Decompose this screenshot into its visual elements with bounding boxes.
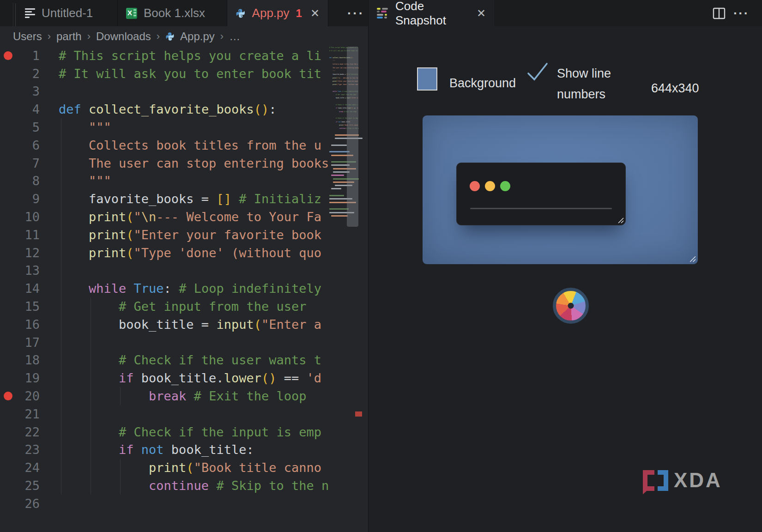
gutter[interactable]: 24 (0, 459, 59, 477)
gutter[interactable]: 21 (0, 405, 59, 423)
code-line[interactable]: 13 (0, 262, 368, 280)
gutter[interactable]: 12 (0, 244, 59, 262)
code-line[interactable]: 14 while True: # Loop indefinitely (0, 279, 368, 297)
code-token: = (201, 317, 217, 332)
gutter[interactable]: 18 (0, 351, 59, 369)
line-number: 1 (0, 48, 40, 63)
minimap-line (331, 188, 341, 189)
gutter[interactable]: 7 (0, 154, 59, 172)
breadcrumb-item[interactable]: App.py (180, 30, 215, 43)
gutter[interactable]: 15 (0, 297, 59, 315)
code-token: = (201, 192, 217, 206)
code-line[interactable]: 20 break # Exit the loop (0, 387, 368, 405)
code-line[interactable]: 2# It will ask you to enter book tit (0, 65, 368, 83)
code-token: ( (126, 210, 133, 224)
line-number: 17 (0, 335, 40, 350)
gutter[interactable]: 6 (0, 136, 59, 154)
scrollbar-slider[interactable] (347, 47, 358, 227)
gutter[interactable]: 3 (0, 83, 59, 101)
code-token: == (276, 371, 306, 385)
close-tab-icon[interactable]: ✕ (477, 7, 486, 20)
gutter[interactable]: 22 (0, 423, 59, 441)
gutter[interactable]: 9 (0, 190, 59, 208)
breadcrumb-item[interactable]: Users (13, 30, 42, 43)
gutter[interactable]: 8 (0, 172, 59, 190)
gutter[interactable]: 4 (0, 100, 59, 118)
gutter[interactable]: 25 (0, 477, 59, 495)
panel-more-button[interactable]: ··· (733, 0, 749, 26)
tab-untitled-1[interactable]: Untitled-1 (17, 0, 118, 26)
line-number: 21 (0, 407, 40, 421)
gutter[interactable]: 16 (0, 315, 59, 333)
gutter[interactable]: 14 (0, 279, 59, 297)
gutter[interactable]: 11 (0, 226, 59, 244)
split-editor-icon (713, 7, 726, 19)
snapshot-preview[interactable] (423, 115, 698, 264)
resize-handle-icon[interactable] (617, 216, 624, 224)
indent-guide (120, 387, 121, 405)
gutter[interactable]: 13 (0, 262, 59, 280)
minimap-line (329, 208, 349, 210)
editor-actions-button[interactable]: ··· (347, 0, 364, 26)
code-line[interactable]: 21 (0, 405, 368, 423)
tab-app-py[interactable]: App.py 1 ✕ (227, 0, 328, 26)
code-line[interactable]: 1# This script helps you create a li (0, 47, 368, 65)
plain-file-icon (25, 8, 35, 18)
code-token: True (134, 281, 164, 296)
code-line[interactable]: 3 (0, 83, 368, 101)
line-number: 26 (0, 496, 40, 511)
line-number: 9 (0, 192, 40, 206)
gutter[interactable]: 20 (0, 387, 59, 405)
code-line[interactable]: 24 print("Book title canno (0, 459, 368, 477)
xda-watermark: XDA (643, 469, 722, 492)
breadcrumb-item[interactable]: parth (56, 30, 82, 43)
close-tab-icon[interactable]: ✕ (310, 7, 320, 20)
gutter[interactable]: 5 (0, 118, 59, 136)
problem-count-badge: 1 (296, 7, 302, 20)
line-number: 7 (0, 156, 40, 170)
code-line[interactable]: 18 # Check if the user wants t (0, 351, 368, 369)
code-token: "Enter your favorite book (134, 228, 321, 242)
line-number: 15 (0, 299, 40, 314)
code-line[interactable]: 22 # Check if the input is emp (0, 423, 368, 441)
line-number: 8 (0, 174, 40, 188)
code-token: book_title: (164, 442, 254, 457)
code-line[interactable]: 6 Collects book titles from the u (0, 136, 368, 154)
resize-handle-icon[interactable] (688, 254, 696, 262)
split-editor-button[interactable] (713, 0, 726, 26)
code-line[interactable]: 10 print("\n--- Welcome to Your Fa (0, 208, 368, 226)
code-line[interactable]: 23 if not book_title: (0, 441, 368, 459)
tab-book-xlsx[interactable]: Book 1.xlsx (118, 0, 227, 26)
gutter[interactable]: 26 (0, 495, 59, 513)
breadcrumb-item[interactable]: Downloads (96, 30, 151, 43)
editor-panel-divider[interactable] (368, 0, 369, 532)
gutter[interactable]: 19 (0, 369, 59, 387)
gutter[interactable]: 17 (0, 333, 59, 351)
gutter[interactable]: 2 (0, 65, 59, 83)
gutter[interactable]: 10 (0, 208, 59, 226)
code-line[interactable]: 16 book_title = input("Enter a (0, 315, 368, 333)
background-label: Background (449, 76, 516, 91)
code-line[interactable]: 8 """ (0, 172, 368, 190)
minimap-line (331, 215, 348, 217)
code-line[interactable]: 9 favorite_books = [] # Initializ (0, 190, 368, 208)
code-line[interactable]: 12 print("Type 'done' (without quo (0, 244, 368, 262)
code-line[interactable]: 7 The user can stop entering books (0, 154, 368, 172)
code-line[interactable]: 26 (0, 495, 368, 513)
gutter[interactable]: 1 (0, 47, 59, 65)
checkmark-icon[interactable] (526, 60, 550, 85)
code-line[interactable]: 17 (0, 333, 368, 351)
gutter[interactable]: 23 (0, 441, 59, 459)
code-line[interactable]: 19 if book_title.lower() == 'd (0, 369, 368, 387)
code-line[interactable]: 15 # Get input from the user (0, 297, 368, 315)
line-number: 19 (0, 371, 40, 385)
code-line[interactable]: 5 """ (0, 118, 368, 136)
code-editor[interactable]: 1# This script helps you create a li2# I… (0, 47, 368, 532)
breadcrumb-item-symbol[interactable]: … (229, 30, 240, 43)
background-color-swatch[interactable] (417, 67, 437, 91)
code-line[interactable]: 11 print("Enter your favorite book (0, 226, 368, 244)
tab-code-snapshot[interactable]: Code Snapshot ✕ (369, 0, 494, 26)
code-line[interactable]: 25 continue # Skip to the n (0, 477, 368, 495)
line-number: 18 (0, 353, 40, 367)
code-line[interactable]: 4def collect_favorite_books(): (0, 100, 368, 118)
